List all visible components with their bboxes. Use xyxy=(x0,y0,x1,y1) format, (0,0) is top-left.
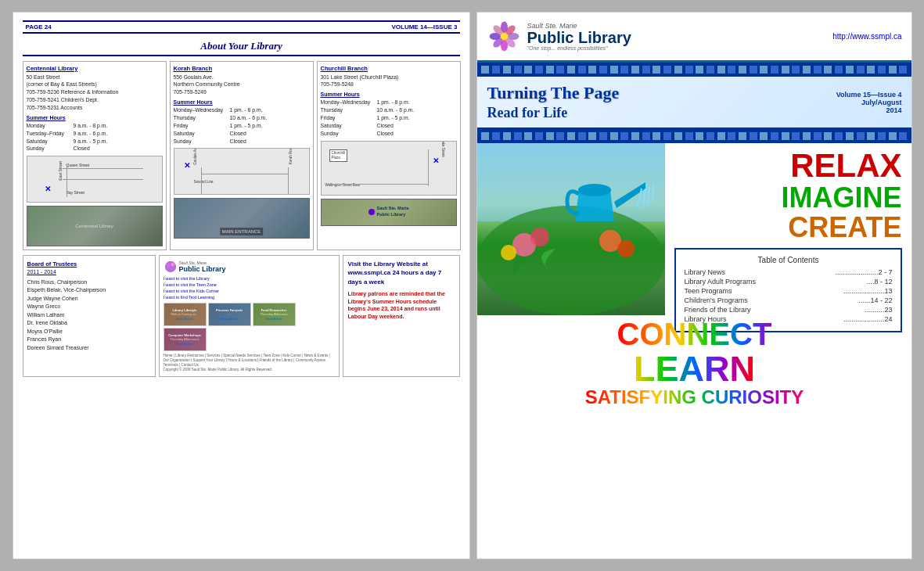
border-sq xyxy=(480,65,490,74)
visit-text: Visit the Library Website at www.ssmpl.c… xyxy=(347,260,455,286)
churchill-title: Churchill Branch xyxy=(321,65,457,74)
main-content-row: RELAX IMAGINE CREATE Table of Contents L… xyxy=(477,143,911,315)
connect-text: CONNECT xyxy=(617,318,772,350)
churchill-map: Lake Street Wellington Street East Churc… xyxy=(321,141,457,196)
trustees-list: Chris Rous, Chairperson Elspeth Belair, … xyxy=(27,278,151,353)
svg-point-19 xyxy=(617,240,635,257)
bottom-section: Board of Trustees 2011 - 2014 Chris Rous… xyxy=(23,255,461,376)
public-lib-text: Public Library xyxy=(527,30,631,45)
centennial-details: 50 East Street (corner of Bay & East Str… xyxy=(27,74,163,153)
svg-point-1 xyxy=(166,264,170,268)
toc-adult-programs: Library Adult Programs ....8 - 12 xyxy=(684,278,892,286)
garden-photo xyxy=(477,143,665,315)
korah-map: Goulais Ave. Korah Road Second Line ✕ xyxy=(174,148,310,195)
newsletter-banner: Turning The Page Read for Life Volume 15… xyxy=(477,77,911,129)
svg-line-24 xyxy=(653,185,653,202)
churchill-photo: Sault Ste. MariePublic Library xyxy=(321,199,457,226)
border-squares xyxy=(477,63,911,76)
svg-point-17 xyxy=(501,245,516,260)
svg-point-16 xyxy=(530,228,549,246)
svg-point-20 xyxy=(578,184,611,196)
create-text: CREATE xyxy=(674,214,901,242)
imagine-text: IMAGINE xyxy=(674,184,901,212)
preview-grid: Library Lifestyle Ribbon Cutting on... R… xyxy=(164,303,336,351)
centennial-map: East Street Queen Street Bay Street ✕ xyxy=(27,156,163,203)
read-for-life: Read for Life xyxy=(487,105,619,121)
right-header: Sault Ste. Marie Public Library "One sto… xyxy=(477,13,911,63)
website-preview: Sault Ste. Marie Public Library I want t… xyxy=(159,255,340,376)
border-pattern-top xyxy=(477,63,911,77)
flower-icon xyxy=(487,19,522,54)
satisfying-text: SATISFYING CURIOSITY xyxy=(585,388,804,407)
toc-childrens: Children's Programs ......14 - 22 xyxy=(684,296,892,304)
volume-info-block: Volume 15—Issue 4 July/August 2014 xyxy=(836,91,902,114)
library-name-block: Sault Ste. Marie Public Library "One sto… xyxy=(527,22,631,51)
page-header: PAGE 24 VOLUME 14—ISSUE 3 xyxy=(23,20,461,34)
right-page: Sault Ste. Marie Public Library "One sto… xyxy=(476,12,911,559)
korah-title: Korah Branch xyxy=(174,65,310,74)
reminder-note: Library patrons are reminded that the Li… xyxy=(347,290,455,321)
trustees-title: Board of Trustees xyxy=(27,260,151,268)
toc-friends: Friends of the Library ..........23 xyxy=(684,306,892,314)
toc-title: Table of Contents xyxy=(684,256,892,264)
newsletter-title-block: Turning The Page Read for Life xyxy=(487,83,619,121)
learn-text: LEARN xyxy=(634,351,755,386)
churchill-details: 301 Lake Street (Churchill Plaza) 705-75… xyxy=(321,74,457,138)
svg-point-14 xyxy=(477,206,665,315)
words-column: RELAX IMAGINE CREATE Table of Contents L… xyxy=(665,143,911,315)
library-logo: Sault Ste. Marie Public Library "One sto… xyxy=(487,19,631,54)
page-number: PAGE 24 xyxy=(26,23,52,31)
korah-details: 556 Goulais Ave. Northern Community Cent… xyxy=(174,74,310,145)
korah-photo: MAIN ENTRANCE xyxy=(174,198,310,239)
newsletter-title: Turning The Page xyxy=(487,83,619,103)
volume-info: VOLUME 14—ISSUE 3 xyxy=(391,23,457,31)
library-info-grid: Centennial Library 50 East Street (corne… xyxy=(23,61,461,250)
centennial-branch: Centennial Library 50 East Street (corne… xyxy=(23,61,167,250)
toc-library-news: Library News ......................2 - 7 xyxy=(684,268,892,276)
border-squares-2 xyxy=(477,130,911,142)
svg-point-0 xyxy=(164,261,175,272)
churchill-branch: Churchill Branch 301 Lake Street (Church… xyxy=(317,61,461,250)
svg-point-12 xyxy=(501,33,508,40)
korah-branch: Korah Branch 556 Goulais Ave. Northern C… xyxy=(170,61,314,250)
border-pattern-bottom xyxy=(477,129,911,143)
relax-text: RELAX xyxy=(674,149,901,182)
centennial-title: Centennial Library xyxy=(27,65,163,74)
preview-header: Sault Ste. Marie Public Library xyxy=(164,260,336,274)
reminder-box: Visit the Library Website at www.ssmpl.c… xyxy=(343,255,460,376)
section-title: About Your Library xyxy=(23,40,461,56)
trustees-box: Board of Trustees 2011 - 2014 Chris Rous… xyxy=(23,255,156,376)
centennial-photo: Centennial Library xyxy=(27,206,163,246)
magazine-spread: PAGE 24 VOLUME 14—ISSUE 3 About Your Lib… xyxy=(13,12,912,559)
trustees-year: 2011 - 2014 xyxy=(27,268,151,277)
svg-point-2 xyxy=(171,263,174,267)
toc-teen-programs: Teen Programs .....................13 xyxy=(684,287,892,295)
left-page: PAGE 24 VOLUME 14—ISSUE 3 About Your Lib… xyxy=(13,12,471,559)
tagline-text: "One stop... endless possibilities" xyxy=(527,45,631,51)
website-url[interactable]: http://www.ssmpl.ca xyxy=(832,32,901,41)
